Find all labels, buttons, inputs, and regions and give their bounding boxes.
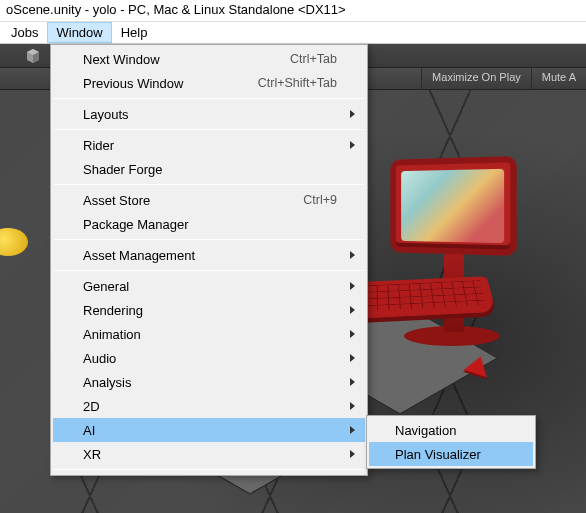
ai-submenu: NavigationPlan Visualizer	[366, 415, 536, 469]
maximize-on-play-button[interactable]: Maximize On Play	[421, 68, 531, 89]
menu-item-label: Audio	[83, 351, 337, 366]
submenu-item-label: Plan Visualizer	[395, 447, 515, 462]
menu-item-label: Previous Window	[83, 76, 258, 91]
menu-item-rendering[interactable]: Rendering	[53, 298, 365, 322]
menu-item-xr[interactable]: XR	[53, 442, 365, 466]
menu-item-layouts[interactable]: Layouts	[53, 102, 365, 126]
menu-item-audio[interactable]: Audio	[53, 346, 365, 370]
menu-item-asset-store[interactable]: Asset StoreCtrl+9	[53, 188, 365, 212]
menu-item-analysis[interactable]: Analysis	[53, 370, 365, 394]
submenu-item-navigation[interactable]: Navigation	[369, 418, 533, 442]
menu-item-label: Next Window	[83, 52, 290, 67]
menubar-item-window[interactable]: Window	[47, 22, 111, 43]
menu-item-label: Analysis	[83, 375, 337, 390]
cube-icon[interactable]	[24, 47, 42, 65]
menu-item-shortcut: Ctrl+9	[303, 193, 337, 207]
menu-item-asset-management[interactable]: Asset Management	[53, 243, 365, 267]
menu-item-label: Layouts	[83, 107, 337, 122]
menu-item-label: Package Manager	[83, 217, 337, 232]
menu-item-label: Rider	[83, 138, 337, 153]
menubar-item-help[interactable]: Help	[112, 22, 157, 43]
window-menu-dropdown: Next WindowCtrl+TabPrevious WindowCtrl+S…	[50, 44, 368, 476]
submenu-item-label: Navigation	[395, 423, 515, 438]
menu-item-animation[interactable]: Animation	[53, 322, 365, 346]
menubar-item-jobs[interactable]: Jobs	[2, 22, 47, 43]
mute-audio-button[interactable]: Mute A	[531, 68, 586, 89]
menu-item-ai[interactable]: AI	[53, 418, 365, 442]
menu-separator	[54, 270, 364, 271]
menu-item-label: 2D	[83, 399, 337, 414]
menu-item-label: AI	[83, 423, 337, 438]
menu-item-label: Animation	[83, 327, 337, 342]
menu-item-2d[interactable]: 2D	[53, 394, 365, 418]
menu-separator	[54, 469, 364, 470]
submenu-item-plan-visualizer[interactable]: Plan Visualizer	[369, 442, 533, 466]
menu-item-previous-window[interactable]: Previous WindowCtrl+Shift+Tab	[53, 71, 365, 95]
scene-object-computer	[346, 158, 516, 418]
menu-item-label: Asset Store	[83, 193, 303, 208]
menu-separator	[54, 129, 364, 130]
menu-separator	[54, 239, 364, 240]
menu-item-package-manager[interactable]: Package Manager	[53, 212, 365, 236]
menu-item-shortcut: Ctrl+Tab	[290, 52, 337, 66]
menu-item-label: XR	[83, 447, 337, 462]
menu-bar: Jobs Window Help	[0, 22, 586, 44]
menu-item-label: General	[83, 279, 337, 294]
menu-item-general[interactable]: General	[53, 274, 365, 298]
menu-item-shader-forge[interactable]: Shader Forge	[53, 157, 365, 181]
menu-item-shortcut: Ctrl+Shift+Tab	[258, 76, 337, 90]
menu-item-label: Asset Management	[83, 248, 337, 263]
menu-item-next-window[interactable]: Next WindowCtrl+Tab	[53, 47, 365, 71]
menu-item-rider[interactable]: Rider	[53, 133, 365, 157]
window-title: oScene.unity - yolo - PC, Mac & Linux St…	[0, 0, 586, 22]
menu-separator	[54, 184, 364, 185]
menu-separator	[54, 98, 364, 99]
menu-item-label: Shader Forge	[83, 162, 337, 177]
menu-item-label: Rendering	[83, 303, 337, 318]
